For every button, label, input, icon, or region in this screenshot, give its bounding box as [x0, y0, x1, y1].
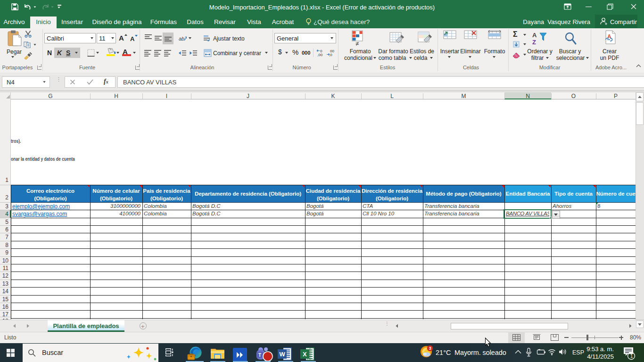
svg-text:1: 1 — [630, 353, 633, 359]
svg-text:Z: Z — [532, 39, 536, 46]
svg-text:X: X — [303, 351, 307, 358]
svg-text:A: A — [532, 32, 537, 39]
svg-text:,00: ,00 — [317, 53, 323, 57]
svg-text:A: A — [607, 33, 611, 40]
svg-text:ab: ab — [179, 36, 184, 41]
svg-text:,0: ,0 — [329, 53, 332, 57]
svg-text:W: W — [280, 351, 286, 358]
svg-text:T: T — [258, 353, 261, 358]
svg-text:3: 3 — [429, 346, 431, 351]
svg-text:≠: ≠ — [355, 40, 359, 46]
